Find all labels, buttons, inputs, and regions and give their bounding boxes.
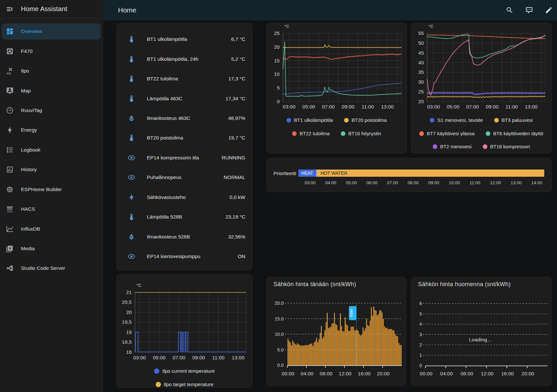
sidebar-item-highlight xyxy=(2,83,101,99)
svg-text:19,5: 19,5 xyxy=(122,319,132,325)
entity-row[interactable]: BT22 tuloilma17,3 °C xyxy=(117,69,252,89)
entity-row[interactable]: EP14 kompressorin tilaRUNNING xyxy=(117,148,252,168)
timeline-segment-label: HOT WATER xyxy=(321,171,347,176)
lightning-bolt-icon xyxy=(6,126,14,134)
sidebar-item-ruuvitag[interactable]: RuuviTag xyxy=(0,101,103,120)
sidebar-item-map[interactable]: Map xyxy=(0,81,103,100)
svg-text:20:00: 20:00 xyxy=(377,371,390,376)
svg-text:20: 20 xyxy=(126,309,132,315)
legend-item[interactable]: BT16 höyrystin xyxy=(341,131,381,136)
app-header: Home xyxy=(103,0,557,20)
svg-text:16:00: 16:00 xyxy=(358,371,371,376)
svg-text:18: 18 xyxy=(126,349,131,355)
legend-item[interactable]: BT7 käyttövesi yläosa xyxy=(419,131,475,136)
entity-name: Ilmankosteus 528B xyxy=(147,234,190,240)
svg-text:4: 4 xyxy=(419,321,422,327)
timeline-entity-label: Prioriteetti xyxy=(273,171,296,176)
entity-value: 32,56% xyxy=(228,234,245,240)
sidebar-item-label: History xyxy=(21,167,37,172)
svg-text:HACS: HACS xyxy=(7,210,13,213)
legend-item[interactable]: BT1 ulkolämpötila xyxy=(287,117,333,123)
sidebar-item-ilpo[interactable]: A/CIlpo xyxy=(0,61,103,81)
menu-open-icon[interactable] xyxy=(6,5,14,13)
svg-text:45: 45 xyxy=(418,50,424,56)
svg-text:03:00: 03:00 xyxy=(427,104,440,109)
sidebar-item-highlight xyxy=(2,221,101,237)
entity-row[interactable]: EP14 kiertovesipumppuON xyxy=(117,247,252,266)
sidebar-item-energy[interactable]: Energy xyxy=(0,120,103,140)
entity-row[interactable]: Lämpötila 463C17,34 °C xyxy=(117,89,252,108)
sidebar-item-hacs[interactable]: HACSHACS xyxy=(0,199,103,219)
timeline-segment[interactable]: HEAT xyxy=(298,170,316,177)
sidebar-item-esphome-builder[interactable]: ESPHome Builder xyxy=(0,180,103,199)
legend-item[interactable]: Ilpo current temperature xyxy=(154,368,215,374)
entities-card: BT1 ulkolämpötila6,7 °CBT1 ulkolämpötila… xyxy=(116,23,252,270)
legend-item[interactable]: BT22 tuloilma xyxy=(292,131,330,136)
sidebar-item-history[interactable]: History xyxy=(0,160,103,179)
air-temperatures-chart-card: 051015202503:0005:0007:0009:0011:0013:00… xyxy=(266,23,407,154)
legend-item[interactable]: BT18 kompressori xyxy=(483,144,530,149)
heat-pump-icon xyxy=(6,47,14,55)
sidebar-item-f470[interactable]: F470 xyxy=(0,41,103,61)
entity-row[interactable]: BT1 ulkolämpötila6,7 °C xyxy=(117,29,252,49)
sidebar-item-label: F470 xyxy=(21,48,32,54)
entity-row[interactable]: Ilmankosteus 463C48,97% xyxy=(117,108,252,128)
assist-chat-icon[interactable] xyxy=(525,6,533,14)
entity-name: Ilmankosteus 463C xyxy=(147,115,190,121)
eye-icon xyxy=(128,253,135,260)
entity-row[interactable]: Sähkövastusteho0,0 kW xyxy=(117,188,252,207)
legend-label: BT16 höyrystin xyxy=(348,131,381,136)
timeline-tick-label: 11:00 xyxy=(470,180,480,185)
sidebar-item-logbook[interactable]: Logbook xyxy=(0,140,103,160)
entity-row[interactable]: BT20 poistoilma19,7 °C xyxy=(117,128,252,148)
sidebar-item-influxdb[interactable]: InfluxDB xyxy=(0,219,103,238)
legend-item[interactable]: S1 menovesi, tavoite xyxy=(430,117,483,123)
chip-icon xyxy=(6,186,14,193)
svg-text:03:00: 03:00 xyxy=(283,104,296,109)
legend-item[interactable]: Ilpo target temperature xyxy=(156,382,214,387)
svg-text:5: 5 xyxy=(419,311,422,317)
legend-item[interactable]: BT3 paluuvesi xyxy=(494,117,533,123)
price-today-chart[interactable]: 0.05.010.015.020.000:0004:0008:0012:0016… xyxy=(267,277,407,386)
entity-value: 19,7 °C xyxy=(228,135,245,141)
svg-text:20.0: 20.0 xyxy=(275,301,284,306)
svg-text:21: 21 xyxy=(126,289,131,295)
svg-text:25: 25 xyxy=(274,30,280,36)
legend-color-dot xyxy=(344,118,349,122)
timeline-segment[interactable]: HOT WATER xyxy=(316,170,545,177)
play-box-icon xyxy=(6,245,14,253)
entity-row[interactable]: Ilmankosteus 528B32,56% xyxy=(117,227,252,246)
entity-row[interactable]: PuhallinnopeusNORMAL xyxy=(117,168,252,187)
svg-text:05:00: 05:00 xyxy=(303,104,315,109)
sidebar-title: Home Assistant xyxy=(21,5,67,13)
sidebar-item-media[interactable]: Media xyxy=(0,239,103,258)
edit-pencil-icon[interactable] xyxy=(545,6,553,14)
legend-item[interactable]: BT2 menovesi xyxy=(433,144,472,149)
water-temperatures-chart-card: 202530354045505503:0005:0007:0009:0011:0… xyxy=(411,23,552,154)
sidebar-item-overview[interactable]: Overview xyxy=(0,22,103,41)
svg-text:00:00: 00:00 xyxy=(420,371,432,376)
legend-label: BT20 poistoilma xyxy=(352,117,387,123)
entity-name: BT22 tuloilma xyxy=(147,76,178,82)
page-title: Home xyxy=(118,6,136,14)
ilpo-temperature-chart-card: 1818,51919,52020,52103:0005:0007:0009:00… xyxy=(116,274,252,388)
legend-item[interactable]: BT6 käyttöveden täyttö xyxy=(486,131,543,136)
svg-text:20:00: 20:00 xyxy=(521,371,534,376)
timeline-tick-label: 10:00 xyxy=(449,180,460,185)
svg-text:12:00: 12:00 xyxy=(481,371,494,376)
chart-legend-row: BT22 tuloilmaBT16 höyrystin xyxy=(267,131,407,136)
svg-text:11:00: 11:00 xyxy=(361,104,374,109)
legend-item[interactable]: BT20 poistoilma xyxy=(344,117,387,123)
svg-text:09:00: 09:00 xyxy=(342,104,355,109)
lightning-bolt-icon xyxy=(128,193,135,201)
svg-text:0.0: 0.0 xyxy=(277,363,284,368)
sidebar-item-studio-code-server[interactable]: Studio Code Server xyxy=(0,258,103,278)
svg-text:20: 20 xyxy=(418,99,424,104)
price-tomorrow-chart[interactable]: 012345600:0004:0008:0012:0016:0020:00 xyxy=(411,277,552,386)
search-icon[interactable] xyxy=(506,6,513,14)
list-bulleted-icon xyxy=(6,146,14,154)
entity-row[interactable]: BT1 ulkolämpötila, 24h5,2 °C xyxy=(117,49,252,69)
timeline-bar[interactable]: HEATHOT WATER xyxy=(298,170,545,177)
svg-text:13:00: 13:00 xyxy=(232,355,244,360)
entity-row[interactable]: Lämpötila 528B23,18 °C xyxy=(117,207,252,227)
